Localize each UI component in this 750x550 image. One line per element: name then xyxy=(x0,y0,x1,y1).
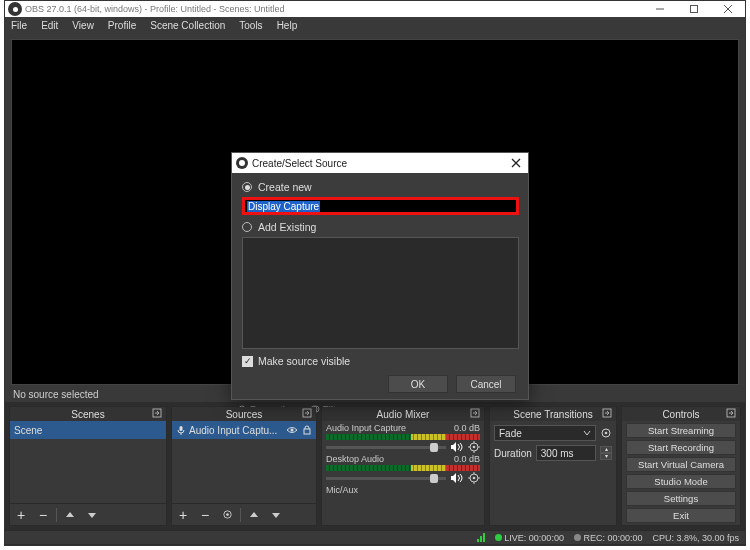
window-title: OBS 27.0.1 (64-bit, windows) - Profile: … xyxy=(25,4,643,14)
existing-sources-list[interactable] xyxy=(242,237,519,349)
controls-panel: Controls Start Streaming Start Recording… xyxy=(621,406,741,526)
source-up-button[interactable] xyxy=(243,505,265,525)
start-virtual-camera-button[interactable]: Start Virtual Camera xyxy=(626,457,736,472)
add-scene-button[interactable]: + xyxy=(10,505,32,525)
svg-rect-11 xyxy=(304,429,310,434)
speaker-icon[interactable] xyxy=(450,473,464,483)
sources-panel: Sources Audio Input Captu... + − xyxy=(171,406,317,526)
close-button[interactable] xyxy=(711,1,745,17)
create-new-radio[interactable]: Create new xyxy=(242,181,518,193)
popout-icon[interactable] xyxy=(470,408,480,418)
docks: Scenes Scene + − Sources Audio Input Cap… xyxy=(5,402,745,530)
add-existing-radio[interactable]: Add Existing xyxy=(242,221,518,233)
ok-button[interactable]: OK xyxy=(388,375,448,393)
mixer-track: Desktop Audio0.0 dB xyxy=(322,452,484,483)
gear-icon[interactable] xyxy=(468,472,480,484)
network-icon xyxy=(477,533,485,542)
svg-rect-9 xyxy=(180,426,183,431)
mixer-title: Audio Mixer xyxy=(377,409,430,420)
live-indicator-icon xyxy=(495,534,502,541)
add-source-button[interactable]: + xyxy=(172,505,194,525)
radio-icon xyxy=(242,222,252,232)
menu-profile[interactable]: Profile xyxy=(108,20,136,31)
exit-button[interactable]: Exit xyxy=(626,508,736,523)
menu-help[interactable]: Help xyxy=(277,20,298,31)
transition-select[interactable]: Fade xyxy=(494,425,596,441)
statusbar: LIVE: 00:00:00 REC: 00:00:00 CPU: 3.8%, … xyxy=(5,530,745,544)
start-recording-button[interactable]: Start Recording xyxy=(626,440,736,455)
speaker-icon[interactable] xyxy=(450,442,464,452)
source-name-input[interactable]: Display Capture xyxy=(242,197,519,215)
maximize-button[interactable] xyxy=(677,1,711,17)
transitions-title: Scene Transitions xyxy=(513,409,593,420)
cancel-button[interactable]: Cancel xyxy=(456,375,516,393)
source-down-button[interactable] xyxy=(265,505,287,525)
remove-scene-button[interactable]: − xyxy=(32,505,54,525)
create-source-dialog: Create/Select Source Create new Display … xyxy=(231,152,529,400)
live-status: LIVE: 00:00:00 xyxy=(504,533,564,543)
volume-slider[interactable] xyxy=(326,477,446,480)
make-visible-checkbox[interactable]: ✓ Make source visible xyxy=(242,355,518,367)
scene-down-button[interactable] xyxy=(81,505,103,525)
svg-point-13 xyxy=(226,513,229,516)
sources-title: Sources xyxy=(226,409,263,420)
audio-meter xyxy=(326,465,480,471)
dialog-title: Create/Select Source xyxy=(252,158,347,169)
dialog-close-button[interactable] xyxy=(508,155,524,171)
transitions-panel: Scene Transitions Fade Duration 300 ms ▴… xyxy=(489,406,617,526)
cpu-status: CPU: 3.8%, 30.00 fps xyxy=(652,533,739,543)
app-icon xyxy=(8,2,22,16)
scene-item[interactable]: Scene xyxy=(10,421,166,439)
scene-up-button[interactable] xyxy=(59,505,81,525)
menu-edit[interactable]: Edit xyxy=(41,20,58,31)
popout-icon[interactable] xyxy=(152,408,162,418)
svg-point-10 xyxy=(291,429,294,432)
menubar: File Edit View Profile Scene Collection … xyxy=(5,17,745,33)
minimize-button[interactable] xyxy=(643,1,677,17)
chevron-down-icon xyxy=(583,429,591,437)
scenes-title: Scenes xyxy=(71,409,104,420)
settings-button[interactable]: Settings xyxy=(626,491,736,506)
scenes-toolbar: + − xyxy=(10,503,166,525)
menu-file[interactable]: File xyxy=(11,20,27,31)
gear-icon[interactable] xyxy=(600,427,612,439)
source-settings-button[interactable] xyxy=(216,505,238,525)
sources-toolbar: + − xyxy=(172,503,316,525)
app-icon xyxy=(236,157,248,169)
controls-title: Controls xyxy=(662,409,699,420)
svg-point-29 xyxy=(605,432,608,435)
radio-icon xyxy=(242,182,252,192)
studio-mode-button[interactable]: Studio Mode xyxy=(626,474,736,489)
source-item[interactable]: Audio Input Captu... xyxy=(172,421,316,439)
visibility-icon[interactable] xyxy=(286,425,298,435)
mic-icon xyxy=(176,425,186,435)
mixer-track: Mic/Aux xyxy=(322,483,484,495)
rec-status: REC: 00:00:00 xyxy=(583,533,642,543)
start-streaming-button[interactable]: Start Streaming xyxy=(626,423,736,438)
duration-label: Duration xyxy=(494,448,532,459)
gear-icon[interactable] xyxy=(468,441,480,453)
remove-source-button[interactable]: − xyxy=(194,505,216,525)
menu-view[interactable]: View xyxy=(72,20,94,31)
svg-point-22 xyxy=(473,477,476,480)
audio-meter xyxy=(326,434,480,440)
popout-icon[interactable] xyxy=(302,408,312,418)
mixer-track: Audio Input Capture0.0 dB xyxy=(322,421,484,452)
svg-point-16 xyxy=(473,446,476,449)
obs-window: OBS 27.0.1 (64-bit, windows) - Profile: … xyxy=(4,0,746,546)
duration-spinner[interactable]: ▴▾ xyxy=(600,446,612,460)
svg-rect-1 xyxy=(691,6,698,13)
audio-mixer-panel: Audio Mixer Audio Input Capture0.0 dB De… xyxy=(321,406,485,526)
popout-icon[interactable] xyxy=(602,408,612,418)
scenes-panel: Scenes Scene + − xyxy=(9,406,167,526)
menu-tools[interactable]: Tools xyxy=(239,20,262,31)
titlebar: OBS 27.0.1 (64-bit, windows) - Profile: … xyxy=(5,1,745,17)
rec-indicator-icon xyxy=(574,534,581,541)
menu-scene-collection[interactable]: Scene Collection xyxy=(150,20,225,31)
lock-icon[interactable] xyxy=(302,425,312,435)
checkbox-icon: ✓ xyxy=(242,356,253,367)
duration-input[interactable]: 300 ms xyxy=(536,445,596,461)
popout-icon[interactable] xyxy=(726,408,736,418)
volume-slider[interactable] xyxy=(326,446,446,449)
